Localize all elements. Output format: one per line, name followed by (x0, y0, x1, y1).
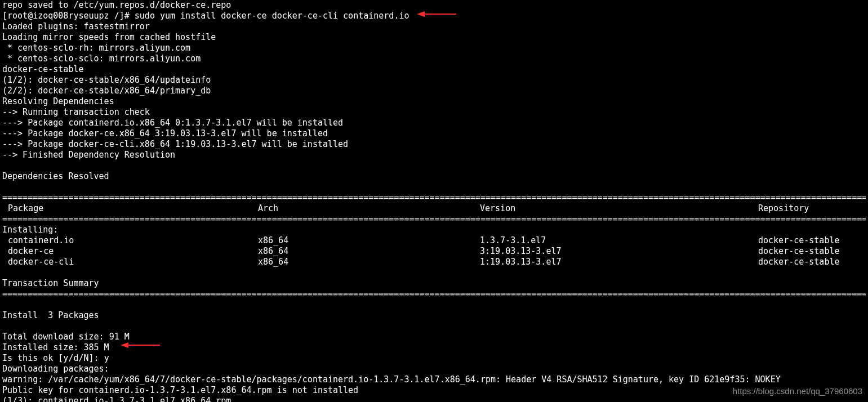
terminal-line: ---> Package containerd.io.x86_64 0:1.3.… (2, 118, 866, 128)
cell-package: containerd.io (2, 235, 258, 246)
cell-repo: docker-ce-stable (758, 235, 866, 246)
terminal-line: --> Finished Dependency Resolution (2, 150, 866, 160)
table-row: containerd.iox86_641.3.7-3.1.el7docker-c… (2, 235, 866, 246)
cell-repo: docker-ce-stable (758, 257, 866, 267)
confirm-prompt-text: Is this ok [y/d/N]: (2, 353, 104, 363)
terminal-line: ---> Package docker-ce.x86_64 3:19.03.13… (2, 128, 866, 139)
shell-prompt: [root@izoq008ryseuupz /]# (2, 11, 135, 21)
cell-package: docker-ce (2, 246, 258, 257)
confirm-input[interactable]: y (104, 353, 109, 363)
transaction-summary-block: Install 3 Packages Total download size: … (2, 300, 866, 353)
watermark-text: https://blog.csdn.net/qq_37960603 (733, 386, 862, 396)
col-header-version: Version (480, 203, 758, 214)
terminal-line: (1/3): containerd.io-1.3.7-3.1.el7.x86_6… (2, 396, 866, 402)
cell-arch: x86_64 (258, 235, 480, 246)
terminal-line (2, 321, 866, 332)
cell-repo: docker-ce-stable (758, 246, 866, 257)
terminal-line: Install 3 Packages (2, 310, 866, 321)
terminal-line: * centos-sclo-rh: mirrors.aliyun.com (2, 43, 866, 53)
terminal-line (2, 182, 866, 193)
cell-arch: x86_64 (258, 246, 480, 257)
cell-arch: x86_64 (258, 257, 480, 267)
transaction-summary-label-block: Transaction Summary (2, 267, 866, 289)
divider-line: ========================================… (2, 193, 866, 203)
terminal-line: Resolving Dependencies (2, 96, 866, 107)
cell-version: 1:19.03.13-3.el7 (480, 257, 758, 267)
terminal-line (2, 160, 866, 171)
terminal-line: Total download size: 91 M (2, 332, 866, 342)
terminal-command-line[interactable]: [root@izoq008ryseuupz /]# sudo yum insta… (2, 11, 866, 21)
table-row: docker-ce-clix86_641:19.03.13-3.el7docke… (2, 257, 866, 267)
terminal-line: Dependencies Resolved (2, 171, 866, 182)
terminal-pre-output: repo saved to /etc/yum.repos.d/docker-ce… (2, 0, 866, 11)
table-header-row: Package Arch Version Repository (2, 203, 866, 214)
terminal-line: Installed size: 385 M (2, 342, 866, 353)
col-header-arch: Arch (258, 203, 480, 214)
terminal-line: --> Running transaction check (2, 107, 866, 118)
terminal-line: ---> Package docker-ce-cli.x86_64 1:19.0… (2, 139, 866, 150)
terminal-line (2, 267, 866, 278)
terminal-line: Loaded plugins: fastestmirror (2, 21, 866, 32)
terminal-line: docker-ce-stable (2, 64, 866, 75)
cell-package: docker-ce-cli (2, 257, 258, 267)
terminal-line: repo saved to /etc/yum.repos.d/docker-ce… (2, 0, 866, 11)
terminal-line (2, 300, 866, 310)
terminal-line: * centos-sclo-sclo: mirrors.aliyun.com (2, 53, 866, 64)
terminal-line: Loading mirror speeds from cached hostfi… (2, 32, 866, 43)
terminal-line: Transaction Summary (2, 278, 866, 289)
section-label-installing: Installing: (2, 225, 866, 235)
terminal-line: (1/2): docker-ce-stable/x86_64/updateinf… (2, 75, 866, 86)
cell-version: 3:19.03.13-3.el7 (480, 246, 758, 257)
terminal-line: Downloading packages: (2, 364, 866, 374)
cell-version: 1.3.7-3.1.el7 (480, 235, 758, 246)
terminal-line: warning: /var/cache/yum/x86_64/7/docker-… (2, 374, 866, 385)
terminal-line: (2/2): docker-ce-stable/x86_64/primary_d… (2, 86, 866, 96)
col-header-repo: Repository (758, 203, 866, 214)
divider-line: ========================================… (2, 214, 866, 225)
col-header-package: Package (2, 203, 258, 214)
package-table-body: containerd.iox86_641.3.7-3.1.el7docker-c… (2, 235, 866, 267)
shell-command: sudo yum install docker-ce docker-ce-cli… (135, 11, 409, 21)
table-row: docker-cex86_643:19.03.13-3.el7docker-ce… (2, 246, 866, 257)
divider-line: ========================================… (2, 289, 866, 300)
terminal-output-block: Loaded plugins: fastestmirrorLoading mir… (2, 21, 866, 193)
confirm-prompt-line[interactable]: Is this ok [y/d/N]: y (2, 353, 866, 364)
